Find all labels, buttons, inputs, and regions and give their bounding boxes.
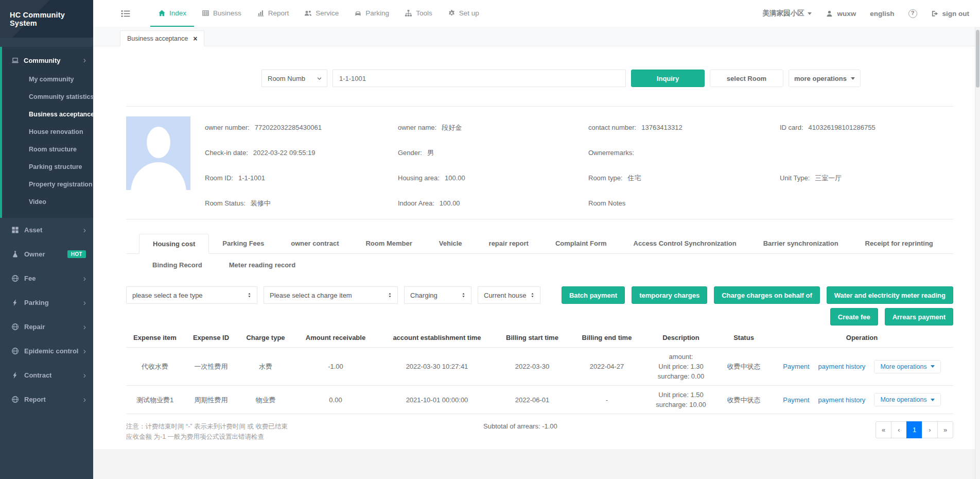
column-header-description: Description xyxy=(645,330,717,348)
tab-binding-record[interactable]: Binding Record xyxy=(139,261,216,269)
sidebar-item-video[interactable]: Video xyxy=(2,193,93,211)
charge-charges-on-behalf-of-button[interactable]: Charge charges on behalf of xyxy=(714,286,820,304)
menu-toggle-icon[interactable] xyxy=(120,9,130,19)
user-menu[interactable]: wuxw xyxy=(826,10,856,18)
payment-link[interactable]: Payment xyxy=(783,362,809,371)
column-header-charge-type: Charge type xyxy=(238,330,293,348)
create-fee-button[interactable]: Create fee xyxy=(830,308,878,326)
payment-link[interactable]: Payment xyxy=(783,395,809,405)
tab-room-member[interactable]: Room Member xyxy=(352,234,425,253)
payment-history-link[interactable]: payment history xyxy=(818,395,866,405)
first-page[interactable]: « xyxy=(876,421,891,438)
batch-payment-button[interactable]: Batch payment xyxy=(562,286,625,304)
previous-page[interactable]: ‹ xyxy=(891,421,907,438)
room-number-input[interactable] xyxy=(332,70,626,87)
table-cell: 2022-04-27 xyxy=(569,348,645,386)
more-operations-dropdown[interactable]: More operations xyxy=(874,360,940,373)
sidebar-item-owner[interactable]: OwnerHOT xyxy=(0,242,93,266)
sidebar-item-property-registration[interactable]: Property registration xyxy=(2,176,93,193)
sidebar-item-parking[interactable]: Parking› xyxy=(0,290,93,315)
nav-item-set-up[interactable]: Set up xyxy=(440,0,487,27)
workspace-tab[interactable]: Business acceptance × xyxy=(120,30,204,46)
description-line: surcharge: 0.00 xyxy=(647,371,715,381)
nav-item-report[interactable]: Report xyxy=(249,0,297,27)
fee-filters: please select a fee typePlease select a … xyxy=(126,286,540,304)
workspace-tabstrip: Business acceptance × xyxy=(93,27,980,46)
water-and-electricity-meter-reading-button[interactable]: Water and electricity meter reading xyxy=(827,286,953,304)
tab-housing-cost[interactable]: Housing cost xyxy=(139,234,209,254)
owner-field-housing-area: Housing area:100.00 xyxy=(398,174,588,182)
filter-select-charging[interactable]: Charging xyxy=(404,286,471,304)
list-icon xyxy=(120,9,130,19)
sidebar-item-community-statistics[interactable]: Community statistics xyxy=(2,88,93,106)
tab-owner-contract[interactable]: owner contract xyxy=(277,234,352,253)
owner-field-owner-name: owner name:段好金 xyxy=(398,123,588,132)
tab-access-control-synchronization[interactable]: Access Control Synchronization xyxy=(620,234,750,253)
next-page[interactable]: › xyxy=(922,421,938,438)
sidebar-item-my-community[interactable]: My community xyxy=(2,71,93,88)
owner-field-room-type: Room type:住宅 xyxy=(588,174,780,183)
tab-parking-fees[interactable]: Parking Fees xyxy=(209,234,277,253)
chevron-right-icon: › xyxy=(83,371,86,380)
sidebar-item-business-acceptance[interactable]: Business acceptance xyxy=(2,106,93,123)
scrollbar[interactable] xyxy=(975,27,980,479)
select-room-button[interactable]: select Room xyxy=(710,70,783,87)
language-switch[interactable]: english xyxy=(870,10,894,18)
inquiry-button[interactable]: Inquiry xyxy=(631,70,705,87)
tab-complaint-form[interactable]: Complaint Form xyxy=(542,234,620,253)
bolt-icon xyxy=(11,371,19,379)
sidebar-item-contract[interactable]: Contract› xyxy=(0,363,93,387)
sidebar-item-room-structure[interactable]: Room structure xyxy=(2,141,93,158)
nav-item-label: Business xyxy=(213,9,241,17)
chevron-down-icon xyxy=(317,76,322,81)
nav-item-tools[interactable]: Tools xyxy=(397,0,440,27)
sidebar-item-label: Repair xyxy=(24,323,45,331)
tab-repair-report[interactable]: repair report xyxy=(476,234,542,253)
help-icon[interactable]: ? xyxy=(908,9,917,18)
page: HC Community System Community › My commu… xyxy=(0,0,980,479)
nav-item-business[interactable]: Business xyxy=(194,0,249,27)
table-cell: 0.00 xyxy=(293,386,378,414)
tab-vehicle[interactable]: Vehicle xyxy=(426,234,476,253)
tab-close-icon[interactable]: × xyxy=(193,35,197,42)
nav-item-parking[interactable]: Parking xyxy=(346,0,397,27)
tab-receipt-for-reprinting[interactable]: Receipt for reprinting xyxy=(852,234,947,253)
nav-item-index[interactable]: Index xyxy=(150,0,194,27)
field-label: Unit Type: xyxy=(780,174,810,182)
sign-out-button[interactable]: sign out xyxy=(931,10,970,18)
search-field-select[interactable]: Room Numb xyxy=(261,70,327,87)
note-line-2: 应收金额 为-1 一般为费用项公式设置出错请检查 xyxy=(126,432,414,442)
top-menu: IndexBusinessReportServiceParkingToolsSe… xyxy=(150,0,487,27)
sidebar-item-community[interactable]: Community › xyxy=(2,54,93,67)
sidebar-item-fee[interactable]: Fee› xyxy=(0,266,93,290)
sidebar-item-parking-structure[interactable]: Parking structure xyxy=(2,158,93,176)
last-page[interactable]: » xyxy=(937,421,953,438)
sidebar-item-house-renovation[interactable]: House renovation xyxy=(2,123,93,141)
payment-history-link[interactable]: payment history xyxy=(818,362,866,371)
arrears-payment-button[interactable]: Arrears payment xyxy=(885,308,953,326)
sidebar-item-epidemic-control[interactable]: Epidemic control› xyxy=(0,339,93,363)
filter-select-please-select-a-fee-type[interactable]: please select a fee type xyxy=(126,286,257,304)
filter-select-please-select-a-charge-item[interactable]: Please select a charge item xyxy=(264,286,398,304)
more-operations-dropdown[interactable]: More operations xyxy=(874,393,940,406)
field-value: 410326198101286755 xyxy=(809,124,876,131)
chevron-right-icon: › xyxy=(83,323,86,331)
tab-meter-reading-record[interactable]: Meter reading record xyxy=(216,261,309,269)
community-selector[interactable]: 美满家园小区 xyxy=(762,9,812,18)
page-1[interactable]: 1 xyxy=(906,421,922,438)
avatar-silhouette-body xyxy=(131,162,186,190)
tab-barrier-synchronization[interactable]: Barrier synchronization xyxy=(750,234,852,253)
scrollbar-thumb[interactable] xyxy=(976,30,979,88)
temporary-charges-button[interactable]: temporary charges xyxy=(632,286,707,304)
sidebar-item-repair[interactable]: Repair› xyxy=(0,315,93,339)
column-header-account-establishment-time: account establishment time xyxy=(378,330,496,348)
globe-icon xyxy=(11,396,19,403)
nav-item-service[interactable]: Service xyxy=(296,0,346,27)
filter-select-current-house[interactable]: Current house xyxy=(478,286,540,304)
sidebar-item-asset[interactable]: Asset› xyxy=(0,218,93,242)
main-area: IndexBusinessReportServiceParkingToolsSe… xyxy=(93,0,980,479)
more-operations-dropdown[interactable]: more operations xyxy=(789,70,861,87)
owner-field-unit-type: Unit Type:三室一厅 xyxy=(780,174,953,183)
sidebar-item-report[interactable]: Report› xyxy=(0,387,93,412)
home-icon xyxy=(158,9,166,17)
